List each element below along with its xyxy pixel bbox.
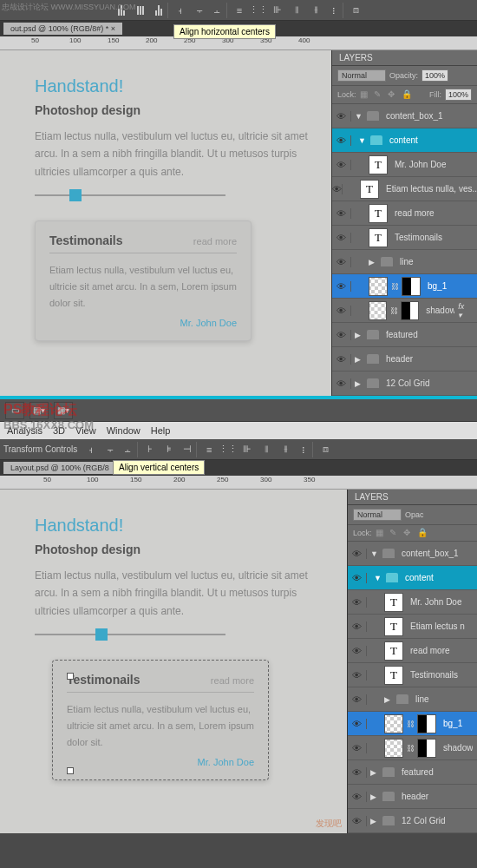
visibility-eye-icon[interactable]: 👁 — [348, 597, 367, 608]
auto-align-icon-2[interactable]: ⧈ — [317, 442, 334, 457]
layer-name[interactable]: Etiam lectus n — [410, 621, 465, 631]
align-left-icon[interactable]: ⊦ — [141, 442, 159, 457]
layer-name[interactable]: content_box_1 — [386, 111, 443, 121]
layer-name[interactable]: Etiam lectus nulla, ves... — [386, 184, 477, 194]
fill-value[interactable]: 100% — [445, 89, 472, 101]
visibility-eye-icon[interactable]: 👁 — [348, 646, 367, 656]
layer-row[interactable]: 👁⛓bg_1 — [332, 274, 477, 299]
design-canvas[interactable]: Handstand! Photoshop design Etiam lectus… — [0, 50, 331, 396]
visibility-eye-icon[interactable]: 👁 — [332, 184, 343, 194]
visibility-eye-icon[interactable]: 👁 — [332, 281, 351, 292]
link-icon[interactable]: ⛓ — [391, 282, 398, 291]
design-canvas-2[interactable]: Handstand! Photoshop design Etiam lectus… — [0, 490, 347, 833]
layer-name[interactable]: shadow — [443, 743, 473, 753]
lock-brush-icon[interactable]: ✎ — [374, 89, 384, 100]
layer-row[interactable]: 👁▼content_box_1 — [332, 104, 477, 128]
blend-mode-dropdown[interactable]: Normal — [337, 69, 386, 82]
twisty-open-icon[interactable]: ▼ — [358, 136, 367, 145]
distribute-icon-5[interactable]: ⫵ — [307, 3, 324, 18]
readmore-link[interactable]: read more — [193, 236, 237, 247]
visibility-eye-icon[interactable]: 👁 — [332, 160, 351, 170]
visibility-eye-icon[interactable]: 👁 — [348, 816, 367, 826]
layer-name[interactable]: featured — [386, 330, 418, 339]
layer-name[interactable]: bg_1 — [428, 281, 447, 291]
twisty-closed-icon[interactable]: ▶ — [370, 792, 379, 801]
link-icon[interactable]: ⛓ — [390, 306, 397, 315]
lock-move-icon[interactable]: ✥ — [388, 89, 398, 100]
slider-handle-2[interactable] — [95, 628, 108, 641]
align-top-icon[interactable]: ⫞ — [82, 442, 100, 457]
align-icon-4[interactable]: ⫞ — [172, 3, 189, 18]
testimonial-box[interactable]: Testimonails read more Etiam lectus null… — [35, 220, 252, 341]
lock-all-icon[interactable]: 🔒 — [402, 89, 412, 100]
twisty-closed-icon[interactable]: ▶ — [384, 695, 393, 704]
layer-row[interactable]: 👁TEtiam lectus nulla, ves... — [332, 177, 477, 201]
layer-name[interactable]: Mr. John Doe — [410, 597, 461, 607]
layer-row[interactable]: 👁TTestimonails — [348, 663, 477, 687]
layer-name[interactable]: line — [415, 694, 429, 704]
layer-row[interactable]: 👁▼content_box_1 — [348, 542, 477, 566]
layer-row[interactable]: 👁▼content — [348, 566, 477, 590]
align-bottom-icon[interactable]: ⫠ — [121, 442, 138, 457]
visibility-eye-icon[interactable]: 👁 — [348, 767, 367, 778]
layer-row[interactable]: 👁TEtiam lectus n — [348, 615, 477, 639]
dist-3-icon[interactable]: ⊪ — [238, 442, 256, 457]
dist-1-icon[interactable]: ≡ — [200, 442, 218, 457]
layer-row[interactable]: 👁TMr. John Doe — [332, 153, 477, 177]
layer-row[interactable]: 👁TTestimonails — [332, 226, 477, 250]
twisty-closed-icon[interactable]: ▶ — [355, 379, 363, 388]
layer-name[interactable]: featured — [402, 767, 434, 777]
readmore-link-2[interactable]: read more — [211, 675, 254, 686]
blend-mode-dropdown-2[interactable]: Normal — [353, 509, 402, 521]
twisty-closed-icon[interactable]: ▶ — [370, 768, 379, 777]
twisty-open-icon[interactable]: ▼ — [374, 574, 382, 582]
distribute-icon-1[interactable]: ≡ — [231, 3, 248, 18]
link-icon[interactable]: ⛓ — [407, 744, 414, 753]
menu-help[interactable]: Help — [151, 425, 171, 436]
layer-name[interactable]: content — [405, 573, 434, 582]
layer-row[interactable]: 👁Tread more — [332, 201, 477, 226]
layer-name[interactable]: line — [400, 257, 414, 266]
align-icon-5[interactable]: ⫟ — [191, 3, 208, 18]
layer-name[interactable]: header — [402, 792, 428, 801]
layer-row[interactable]: 👁▶header — [332, 347, 477, 372]
visibility-eye-icon[interactable]: 👁 — [348, 621, 367, 632]
align-vcenter-icon[interactable]: ⫟ — [101, 442, 119, 457]
lock-transparent-icon-2[interactable]: ▦ — [376, 528, 386, 538]
layer-row[interactable]: 👁⛓shadowfx ▾ — [332, 299, 477, 323]
menu-window[interactable]: Window — [107, 425, 140, 436]
layer-name[interactable]: header — [386, 354, 413, 364]
layer-name[interactable]: read more — [395, 208, 435, 218]
layer-row[interactable]: 👁▶line — [348, 687, 477, 712]
layer-name[interactable]: read more — [410, 646, 450, 655]
visibility-eye-icon[interactable]: 👁 — [332, 111, 351, 122]
document-tab-2[interactable]: Layout.psd @ 100% (RGB/8 — [3, 462, 116, 474]
align-icon-3[interactable] — [151, 3, 168, 18]
layer-name[interactable]: Testimonails — [410, 670, 458, 680]
layer-row[interactable]: 👁▶12 Col Grid — [332, 372, 477, 396]
visibility-eye-icon[interactable]: 👁 — [332, 233, 351, 243]
visibility-eye-icon[interactable]: 👁 — [332, 378, 351, 389]
distribute-icon-2[interactable]: ⋮⋮ — [250, 3, 267, 18]
link-icon[interactable]: ⛓ — [407, 720, 414, 728]
layer-name[interactable]: shadow — [426, 306, 454, 315]
layer-row[interactable]: 👁⛓bg_1 — [348, 712, 477, 736]
distribute-icon-4[interactable]: ⫴ — [288, 3, 305, 18]
slider-handle[interactable] — [69, 189, 82, 201]
visibility-eye-icon[interactable]: 👁 — [332, 257, 351, 267]
layer-row[interactable]: 👁▶header — [348, 785, 477, 809]
fx-badge[interactable]: fx ▾ — [458, 302, 470, 319]
slider-track-2[interactable] — [35, 634, 225, 635]
layer-name[interactable]: Testimonails — [395, 233, 442, 242]
layers-tab[interactable]: LAYERS — [332, 50, 477, 66]
visibility-eye-icon[interactable]: 👁 — [348, 670, 367, 681]
visibility-eye-icon[interactable]: 👁 — [332, 135, 351, 146]
layer-row[interactable]: 👁⛓shadow — [348, 736, 477, 760]
distribute-icon-6[interactable]: ⫶ — [326, 3, 343, 18]
auto-align-icon[interactable]: ⧈ — [347, 3, 364, 18]
visibility-eye-icon[interactable]: 👁 — [348, 719, 367, 729]
distribute-icon-3[interactable]: ⊪ — [269, 3, 286, 18]
dist-4-icon[interactable]: ⫴ — [258, 442, 275, 457]
layer-row[interactable]: 👁TMr. John Doe — [348, 590, 477, 615]
visibility-eye-icon[interactable]: 👁 — [348, 573, 367, 583]
